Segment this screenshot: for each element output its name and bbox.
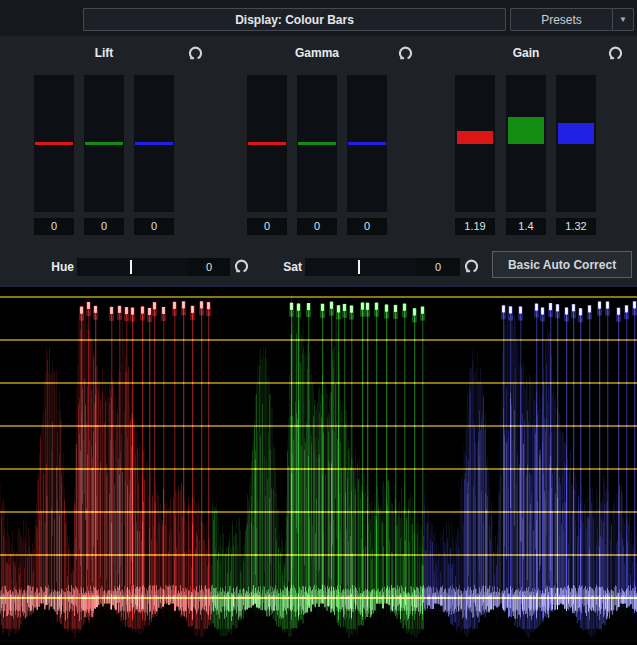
gamma-blue-handle[interactable] — [348, 142, 386, 145]
lift-green-handle[interactable] — [85, 142, 123, 145]
gain-section-title: Gain — [466, 46, 586, 61]
presets-dropdown-button[interactable]: ▼ — [612, 8, 634, 31]
hue-value[interactable]: 0 — [188, 258, 230, 276]
hue-reset-button[interactable] — [232, 258, 250, 276]
gamma-red-handle[interactable] — [248, 142, 286, 145]
presets-button[interactable]: Presets — [510, 8, 613, 31]
hue-slider[interactable] — [77, 258, 188, 276]
lift-red-slider[interactable] — [34, 75, 74, 212]
basic-auto-correct-button[interactable]: Basic Auto Correct — [492, 251, 632, 278]
gamma-reset-button[interactable] — [396, 45, 414, 63]
sat-value[interactable]: 0 — [416, 258, 460, 276]
gain-red-value[interactable]: 1.19 — [455, 218, 495, 235]
hue-slider-handle[interactable] — [130, 260, 132, 274]
reset-icon — [463, 258, 480, 275]
gain-blue-slider[interactable] — [556, 75, 596, 212]
gain-green-handle[interactable] — [508, 117, 544, 144]
reset-icon — [607, 45, 624, 62]
gamma-blue-slider[interactable] — [347, 75, 387, 212]
sat-reset-button[interactable] — [462, 258, 480, 276]
gamma-red-slider[interactable] — [247, 75, 287, 212]
hue-label: Hue — [38, 260, 74, 274]
lift-green-slider[interactable] — [84, 75, 124, 212]
gain-blue-handle[interactable] — [558, 123, 594, 144]
top-bar: Display: Colour Bars Presets ▼ — [0, 0, 637, 36]
lift-red-handle[interactable] — [35, 142, 73, 145]
gamma-section-title: Gamma — [257, 46, 377, 61]
gamma-blue-value[interactable]: 0 — [347, 218, 387, 235]
lift-blue-value[interactable]: 0 — [134, 218, 174, 235]
lift-red-value[interactable]: 0 — [34, 218, 74, 235]
waveform-scope — [0, 285, 637, 645]
lift-section-title: Lift — [44, 46, 164, 61]
lift-reset-button[interactable] — [186, 45, 204, 63]
chevron-down-icon: ▼ — [619, 15, 627, 24]
display-mode-button[interactable]: Display: Colour Bars — [83, 8, 506, 31]
colour-correction-panel: Display: Colour Bars Presets ▼ Lift000Ga… — [0, 0, 637, 645]
gamma-green-handle[interactable] — [298, 142, 336, 145]
gain-red-slider[interactable] — [455, 75, 495, 212]
gain-blue-value[interactable]: 1.32 — [556, 218, 596, 235]
reset-icon — [187, 45, 204, 62]
lift-green-value[interactable]: 0 — [84, 218, 124, 235]
gain-green-value[interactable]: 1.4 — [506, 218, 546, 235]
rgb-parade-waveform — [0, 285, 637, 645]
gamma-red-value[interactable]: 0 — [247, 218, 287, 235]
gamma-green-value[interactable]: 0 — [297, 218, 337, 235]
gain-green-slider[interactable] — [506, 75, 546, 212]
sat-slider-handle[interactable] — [358, 260, 360, 274]
reset-icon — [397, 45, 414, 62]
lift-blue-handle[interactable] — [135, 142, 173, 145]
lift-blue-slider[interactable] — [134, 75, 174, 212]
gain-red-handle[interactable] — [457, 131, 493, 144]
reset-icon — [233, 258, 250, 275]
sat-slider[interactable] — [305, 258, 416, 276]
sat-label: Sat — [268, 260, 302, 274]
gamma-green-slider[interactable] — [297, 75, 337, 212]
gain-reset-button[interactable] — [606, 45, 624, 63]
